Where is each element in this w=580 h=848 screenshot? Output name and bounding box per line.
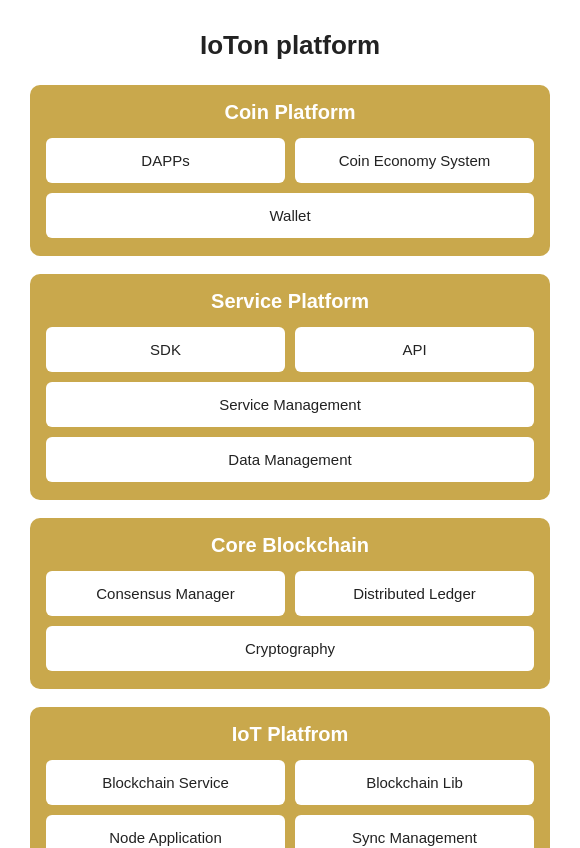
section-title-coin-platform: Coin Platform	[46, 101, 534, 124]
card-api: API	[295, 327, 534, 372]
section-service-platform: Service PlatformSDKAPIService Management…	[30, 274, 550, 500]
section-core-blockchain: Core BlockchainConsensus ManagerDistribu…	[30, 518, 550, 689]
card-row: Blockchain ServiceBlockchain Lib	[46, 760, 534, 805]
card-distributed-ledger: Distributed Ledger	[295, 571, 534, 616]
card-row: Consensus ManagerDistributed Ledger	[46, 571, 534, 616]
card-node-application: Node Application	[46, 815, 285, 848]
card-data-management: Data Management	[46, 437, 534, 482]
card-consensus-manager: Consensus Manager	[46, 571, 285, 616]
card-blockchain-lib: Blockchain Lib	[295, 760, 534, 805]
card-coin-economy-system: Coin Economy System	[295, 138, 534, 183]
card-wallet: Wallet	[46, 193, 534, 238]
card-sync-management: Sync Management	[295, 815, 534, 848]
card-cryptography: Cryptography	[46, 626, 534, 671]
card-row: Cryptography	[46, 626, 534, 671]
card-row: DAPPsCoin Economy System	[46, 138, 534, 183]
card-service-management: Service Management	[46, 382, 534, 427]
card-row: Node ApplicationSync Management	[46, 815, 534, 848]
section-title-service-platform: Service Platform	[46, 290, 534, 313]
card-dapps: DAPPs	[46, 138, 285, 183]
page-title: IoTon platform	[200, 30, 380, 61]
section-title-iot-platform: IoT Platfrom	[46, 723, 534, 746]
card-blockchain-service: Blockchain Service	[46, 760, 285, 805]
card-row: Service Management	[46, 382, 534, 427]
section-coin-platform: Coin PlatformDAPPsCoin Economy SystemWal…	[30, 85, 550, 256]
section-title-core-blockchain: Core Blockchain	[46, 534, 534, 557]
section-iot-platform: IoT PlatfromBlockchain ServiceBlockchain…	[30, 707, 550, 848]
card-row: SDKAPI	[46, 327, 534, 372]
card-row: Wallet	[46, 193, 534, 238]
card-row: Data Management	[46, 437, 534, 482]
card-sdk: SDK	[46, 327, 285, 372]
